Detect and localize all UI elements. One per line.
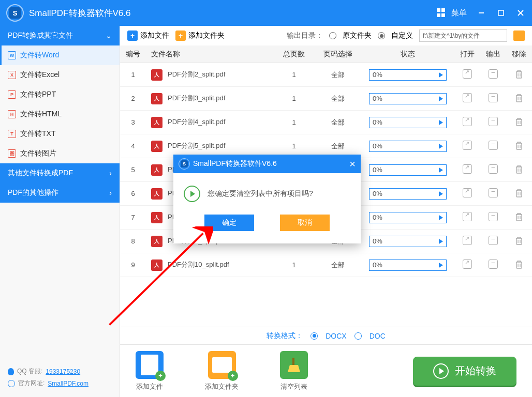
open-button[interactable]	[463, 188, 472, 197]
open-button[interactable]	[463, 236, 472, 245]
cell-status: 0%	[361, 164, 454, 176]
output-button[interactable]	[489, 93, 498, 102]
menu-label[interactable]: 菜单	[451, 8, 467, 18]
cell-num: 8	[120, 237, 146, 245]
sidebar-header-pdf-to-other[interactable]: PDF转换成其它文件 ⌄	[0, 26, 120, 45]
dialog-close-button[interactable]: ×	[349, 158, 356, 170]
table-row[interactable]: 3 人PDF分割4_split.pdf 1 全部 0%	[120, 111, 532, 134]
output-button[interactable]	[489, 141, 498, 150]
output-button[interactable]	[489, 117, 498, 126]
sidebar-item[interactable]: T文件转TXT	[0, 124, 120, 144]
delete-button[interactable]	[514, 141, 524, 150]
pdf-icon: 人	[151, 141, 162, 152]
sidebar-item[interactable]: P文件转PPT	[0, 85, 120, 104]
output-button[interactable]	[489, 69, 498, 79]
file-icon: +	[136, 351, 164, 379]
progress-bar[interactable]: 0%	[369, 93, 447, 104]
output-button[interactable]	[489, 259, 498, 269]
sidebar-item[interactable]: W文件转Word	[0, 45, 120, 65]
open-button[interactable]	[463, 93, 472, 102]
dialog-ok-button[interactable]: 确定	[204, 215, 254, 231]
menu-grid-icon[interactable]	[437, 8, 446, 18]
pdf-icon: 人	[151, 69, 162, 81]
progress-bar[interactable]: 0%	[369, 164, 447, 176]
progress-bar[interactable]: 0%	[369, 69, 447, 81]
sidebar-item[interactable]: X文件转Excel	[0, 65, 120, 85]
radio-custom-folder[interactable]	[378, 32, 385, 39]
open-button[interactable]	[463, 69, 472, 79]
bottom-actions: + 添加文件 + 添加文件夹 清空列表 开始转换	[120, 344, 532, 397]
add-folder-button[interactable]: +添加文件夹	[175, 30, 225, 41]
radio-source-folder[interactable]	[329, 32, 336, 39]
qq-link[interactable]: 1933175230	[46, 368, 80, 375]
add-file-big-button[interactable]: + 添加文件	[136, 351, 164, 391]
radio-docx[interactable]	[311, 332, 318, 340]
qq-icon	[8, 368, 14, 375]
radio-doc-label: DOC	[370, 332, 386, 340]
delete-button[interactable]	[514, 188, 524, 197]
app-logo-icon: S	[179, 158, 190, 170]
start-convert-button[interactable]: 开始转换	[413, 357, 516, 386]
cell-select[interactable]: 全部	[315, 142, 361, 151]
dialog-title: SmallPDF转换器软件V6.6	[193, 159, 277, 169]
format-label: 转换格式：	[267, 331, 303, 341]
sidebar-header-other-to-pdf[interactable]: 其他文件转换成PDF ›	[0, 163, 120, 183]
open-button[interactable]	[463, 259, 472, 269]
radio-doc[interactable]	[354, 332, 362, 340]
play-icon	[439, 72, 443, 78]
delete-button[interactable]	[514, 93, 524, 102]
website-link[interactable]: SmallPDF.com	[48, 380, 88, 387]
open-button[interactable]	[463, 164, 472, 174]
progress-bar[interactable]: 0%	[369, 188, 447, 200]
progress-bar[interactable]: 0%	[369, 236, 447, 247]
sidebar-header-pdf-other-ops[interactable]: PDF的其他操作 ›	[0, 183, 120, 203]
maximize-button[interactable]	[496, 8, 506, 18]
output-button[interactable]	[489, 188, 498, 197]
progress-bar[interactable]: 0%	[369, 212, 447, 223]
delete-button[interactable]	[514, 259, 524, 269]
output-button[interactable]	[489, 164, 498, 174]
minimize-button[interactable]	[476, 8, 486, 18]
output-path-input[interactable]	[419, 29, 507, 42]
clear-list-big-button[interactable]: 清空列表	[280, 351, 308, 391]
file-type-icon: P	[8, 90, 16, 99]
cell-num: 3	[120, 118, 146, 126]
table-row[interactable]: 1 人PDF分割2_split.pdf 1 全部 0%	[120, 63, 532, 87]
pdf-icon: 人	[151, 93, 162, 104]
cell-select[interactable]: 全部	[315, 118, 361, 127]
output-button[interactable]	[489, 236, 498, 245]
cell-select[interactable]: 全部	[315, 70, 361, 80]
cell-select[interactable]: 全部	[315, 94, 361, 103]
open-button[interactable]	[463, 117, 472, 126]
plus-icon: +	[175, 30, 186, 41]
add-folder-big-button[interactable]: + 添加文件夹	[205, 351, 239, 391]
open-button[interactable]	[463, 212, 472, 221]
add-file-label: 添加文件	[140, 31, 169, 40]
sidebar-item[interactable]: 图文件转图片	[0, 144, 120, 163]
progress-bar[interactable]: 0%	[369, 141, 447, 152]
cell-pages: 1	[273, 118, 315, 126]
plus-icon: +	[127, 30, 138, 41]
chevron-right-icon: ›	[109, 169, 112, 177]
cell-select[interactable]: 全部	[315, 261, 361, 270]
table-row[interactable]: 2 人PDF分割3_split.pdf 1 全部 0%	[120, 87, 532, 111]
browse-folder-button[interactable]	[513, 30, 525, 41]
output-button[interactable]	[489, 212, 498, 221]
delete-button[interactable]	[514, 117, 524, 126]
delete-button[interactable]	[514, 236, 524, 245]
progress-bar[interactable]: 0%	[369, 117, 447, 128]
play-icon	[439, 215, 443, 220]
delete-button[interactable]	[514, 212, 524, 221]
delete-button[interactable]	[514, 69, 524, 79]
dialog-cancel-button[interactable]: 取消	[280, 215, 330, 231]
sidebar-item[interactable]: H文件转HTML	[0, 104, 120, 124]
table-row[interactable]: 9 人PDF分割10_split.pdf 1 全部 0%	[120, 253, 532, 277]
app-logo-icon: S	[6, 4, 24, 22]
close-button[interactable]	[515, 8, 526, 18]
th-pages: 总页数	[273, 50, 315, 59]
open-button[interactable]	[463, 141, 472, 150]
progress-bar[interactable]: 0%	[369, 259, 447, 271]
cell-status: 0%	[361, 212, 454, 223]
delete-button[interactable]	[514, 164, 524, 174]
add-file-button[interactable]: +添加文件	[127, 30, 169, 41]
